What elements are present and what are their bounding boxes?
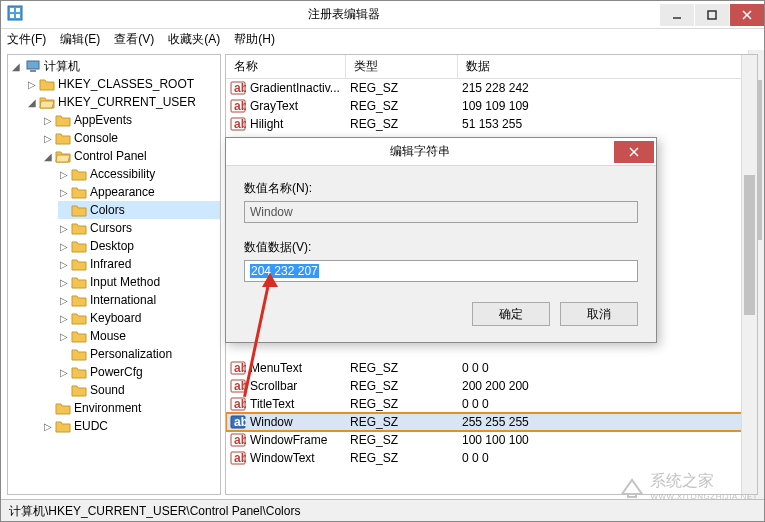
expand-icon[interactable]: [58, 205, 70, 216]
maximize-button[interactable]: [695, 4, 729, 26]
menu-favorites[interactable]: 收藏夹(A): [168, 31, 220, 48]
tree-personalization[interactable]: Personalization: [58, 345, 220, 363]
expand-icon[interactable]: ▷: [58, 223, 70, 234]
tree-hkcu[interactable]: ◢HKEY_CURRENT_USER: [26, 93, 220, 111]
computer-icon: [25, 58, 41, 74]
list-row[interactable]: abGradientInactiv...REG_SZ215 228 242: [226, 79, 757, 97]
row-data: 0 0 0: [458, 396, 757, 412]
tree-inputmethod[interactable]: ▷Input Method: [58, 273, 220, 291]
tree-eudc[interactable]: ▷EUDC: [42, 417, 220, 435]
expand-icon[interactable]: ▷: [58, 295, 70, 306]
folder-icon: [71, 185, 87, 199]
dialog-titlebar[interactable]: 编辑字符串: [226, 138, 656, 166]
reg-string-icon: ab: [230, 414, 246, 430]
expand-icon[interactable]: [58, 349, 70, 360]
tree-controlpanel[interactable]: ◢Control Panel: [42, 147, 220, 165]
svg-text:ab: ab: [234, 117, 246, 131]
svg-text:ab: ab: [234, 397, 246, 411]
expand-icon[interactable]: ▷: [42, 133, 54, 144]
minimize-button[interactable]: [660, 4, 694, 26]
expand-icon[interactable]: [58, 385, 70, 396]
tree-appevents[interactable]: ▷AppEvents: [42, 111, 220, 129]
menu-view[interactable]: 查看(V): [114, 31, 154, 48]
row-name: Window: [250, 415, 293, 429]
expand-icon[interactable]: ◢: [42, 151, 54, 162]
expand-icon[interactable]: ▷: [26, 79, 38, 90]
expand-icon[interactable]: ▷: [58, 169, 70, 180]
list-row[interactable]: abWindowREG_SZ255 255 255: [226, 413, 757, 431]
svg-text:ab: ab: [234, 99, 246, 113]
expand-icon[interactable]: ▷: [58, 277, 70, 288]
tree-international[interactable]: ▷International: [58, 291, 220, 309]
ok-button[interactable]: 确定: [472, 302, 550, 326]
expand-icon[interactable]: ▷: [58, 187, 70, 198]
tree-powercfg[interactable]: ▷PowerCfg: [58, 363, 220, 381]
tree-accessibility[interactable]: ▷Accessibility: [58, 165, 220, 183]
folder-icon: [39, 77, 55, 91]
tree-label: HKEY_CURRENT_USER: [58, 95, 196, 109]
list-row[interactable]: abGrayTextREG_SZ109 109 109: [226, 97, 757, 115]
dialog-title: 编辑字符串: [226, 143, 614, 160]
folder-icon: [55, 113, 71, 127]
tree-keyboard[interactable]: ▷Keyboard: [58, 309, 220, 327]
window-title: 注册表编辑器: [29, 6, 659, 23]
row-name: MenuText: [250, 361, 302, 375]
tree-appearance[interactable]: ▷Appearance: [58, 183, 220, 201]
col-header-type[interactable]: 类型: [346, 55, 458, 78]
list-scrollbar[interactable]: [741, 55, 757, 494]
menu-edit[interactable]: 编辑(E): [60, 31, 100, 48]
tree-label: Console: [74, 131, 118, 145]
tree-root-computer[interactable]: ◢ 计算机: [10, 57, 220, 75]
folder-icon: [71, 293, 87, 307]
expand-icon[interactable]: ◢: [10, 61, 22, 72]
list-row[interactable]: abMenuTextREG_SZ0 0 0: [226, 359, 757, 377]
list-row[interactable]: abTitleTextREG_SZ0 0 0: [226, 395, 757, 413]
expand-icon[interactable]: ▷: [58, 241, 70, 252]
list-row[interactable]: abScrollbarREG_SZ200 200 200: [226, 377, 757, 395]
expand-icon[interactable]: ▷: [58, 313, 70, 324]
col-header-name[interactable]: 名称: [226, 55, 346, 78]
tree-hkcr[interactable]: ▷HKEY_CLASSES_ROOT: [26, 75, 220, 93]
tree-label: AppEvents: [74, 113, 132, 127]
dialog-close-button[interactable]: [614, 141, 654, 163]
tree-environment[interactable]: Environment: [42, 399, 220, 417]
folder-icon: [71, 203, 87, 217]
expand-icon[interactable]: ▷: [58, 259, 70, 270]
expand-icon[interactable]: [42, 403, 54, 414]
list-row[interactable]: abHilightREG_SZ51 153 255: [226, 115, 757, 133]
tree-mouse[interactable]: ▷Mouse: [58, 327, 220, 345]
expand-icon[interactable]: ▷: [42, 421, 54, 432]
tree-label: International: [90, 293, 156, 307]
list-row[interactable]: abWindowTextREG_SZ0 0 0: [226, 449, 757, 467]
folder-icon: [71, 275, 87, 289]
menu-file[interactable]: 文件(F): [7, 31, 46, 48]
row-name: GradientInactiv...: [250, 81, 340, 95]
col-header-data[interactable]: 数据: [458, 55, 757, 78]
tree-colors[interactable]: Colors: [58, 201, 220, 219]
cancel-button[interactable]: 取消: [560, 302, 638, 326]
expand-icon[interactable]: ◢: [26, 97, 38, 108]
tree-sound[interactable]: Sound: [58, 381, 220, 399]
list-row[interactable]: abWindowFrameREG_SZ100 100 100: [226, 431, 757, 449]
svg-rect-10: [30, 70, 36, 72]
expand-icon[interactable]: ▷: [42, 115, 54, 126]
row-name: TitleText: [250, 397, 294, 411]
expand-icon[interactable]: ▷: [58, 331, 70, 342]
folder-icon: [71, 167, 87, 181]
tree-cursors[interactable]: ▷Cursors: [58, 219, 220, 237]
row-type: REG_SZ: [346, 450, 458, 466]
folder-icon: [71, 239, 87, 253]
row-type: REG_SZ: [346, 432, 458, 448]
tree-pane[interactable]: ◢ 计算机 ▷HKEY_CLASSES_ROOT ◢HKEY_CURRENT_U…: [7, 54, 221, 495]
reg-string-icon: ab: [230, 360, 246, 376]
tree-console[interactable]: ▷Console: [42, 129, 220, 147]
value-name-field[interactable]: Window: [244, 201, 638, 223]
value-data-field[interactable]: 204 232 207: [244, 260, 638, 282]
tree-infrared[interactable]: ▷Infrared: [58, 255, 220, 273]
folder-icon: [71, 257, 87, 271]
menu-help[interactable]: 帮助(H): [234, 31, 275, 48]
row-data: 51 153 255: [458, 116, 757, 132]
expand-icon[interactable]: ▷: [58, 367, 70, 378]
tree-desktop[interactable]: ▷Desktop: [58, 237, 220, 255]
close-button[interactable]: [730, 4, 764, 26]
